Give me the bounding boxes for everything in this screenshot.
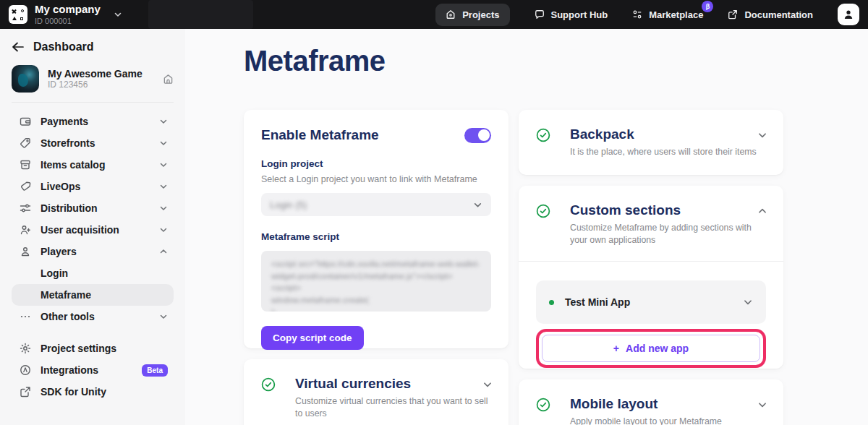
sidebar: Dashboard My Awesome Game ID 123456 Paym…	[0, 29, 185, 425]
highlight-annotation: + Add new app	[536, 329, 766, 368]
nav-documentation[interactable]: Documentation	[728, 9, 813, 20]
sidebar-item-liveops[interactable]: LiveOps	[12, 176, 174, 197]
wallet-icon	[19, 116, 31, 127]
backpack-title: Backpack	[570, 126, 757, 142]
page-title: Metaframe	[244, 45, 386, 77]
project-info: My Awesome Game ID 123456	[48, 68, 163, 90]
check-circle-icon	[261, 377, 276, 392]
chevron-down-icon	[159, 139, 168, 147]
user-icon	[843, 9, 854, 20]
nav-marketplace-label: Marketplace	[649, 9, 703, 20]
right-column: Backpack It is the place, where users wi…	[519, 110, 783, 425]
chevron-down-icon	[159, 160, 168, 169]
login-project-select[interactable]: Login (5)	[261, 193, 491, 216]
enable-metaframe-card: Enable Metaframe Login project Select a …	[244, 110, 509, 348]
mobile-layout-card: Mobile layout Apply mobile layout to you…	[519, 379, 783, 425]
spacer	[12, 327, 174, 338]
enable-metaframe-toggle[interactable]	[464, 128, 491, 143]
backpack-card: Backpack It is the place, where users wi…	[519, 110, 783, 175]
topbar: My company ID 000001 Projects Support Hu…	[0, 0, 868, 29]
chevron-up-icon[interactable]	[757, 206, 767, 216]
tag-icon	[19, 137, 31, 149]
chevron-down-icon[interactable]	[757, 400, 767, 410]
metaframe-script-code[interactable]: <script src="https://cdn.xsolla.net/meta…	[261, 251, 491, 312]
beta-badge: Beta	[142, 364, 168, 377]
chevron-down-icon	[159, 117, 168, 126]
back-label: Dashboard	[33, 40, 94, 53]
nav-support-hub[interactable]: Support Hub	[535, 9, 608, 20]
home-icon[interactable]	[163, 74, 174, 85]
chevron-down-icon	[159, 182, 168, 191]
sidebar-item-login[interactable]: Login	[12, 262, 174, 284]
user-plus-icon	[19, 224, 31, 236]
chevron-up-icon	[159, 247, 168, 256]
sidebar-item-items-catalog[interactable]: Items catalog	[12, 154, 174, 176]
sidebar-item-storefronts[interactable]: Storefronts	[12, 132, 174, 154]
sliders-icon	[19, 202, 31, 214]
user-menu-button[interactable]	[838, 4, 859, 25]
add-new-app-button[interactable]: + Add new app	[542, 335, 760, 362]
archive-box-icon	[19, 159, 31, 171]
custom-sections-desc: Customize Metaframe by adding sections w…	[570, 222, 752, 246]
nav-support-label: Support Hub	[551, 9, 608, 20]
logo-glyph	[21, 9, 24, 12]
chevron-down-icon	[159, 312, 168, 321]
nav-marketplace[interactable]: Marketplace β	[632, 9, 703, 20]
virtual-currencies-title: Virtual currencies	[295, 376, 488, 392]
xsolla-logo[interactable]	[9, 5, 27, 24]
topbar-nav: Projects Support Hub Marketplace β Docu	[435, 4, 859, 26]
nav-projects[interactable]: Projects	[435, 4, 509, 26]
check-circle-icon	[536, 398, 550, 412]
sidebar-item-integrations[interactable]: Integrations Beta	[12, 359, 174, 381]
login-project-value: Login (5)	[270, 199, 307, 210]
redacted-block	[148, 0, 253, 29]
toggle-knob	[478, 129, 490, 141]
metaframe-script-label: Metaframe script	[261, 231, 491, 242]
company-switcher[interactable]: My company ID 000001	[35, 4, 101, 25]
sidebar-item-distribution[interactable]: Distribution	[12, 197, 174, 219]
backpack-desc: It is the place, where users will store …	[570, 146, 757, 158]
login-project-label: Login project	[261, 158, 491, 169]
left-column: Enable Metaframe Login project Select a …	[244, 110, 509, 425]
virtual-currencies-card: Virtual currencies Customize virtual cur…	[244, 359, 509, 425]
user-icon	[19, 246, 31, 257]
mini-app-row[interactable]: Test Mini App	[536, 280, 766, 324]
home-icon	[446, 9, 456, 20]
tag-icon	[19, 181, 31, 192]
sidebar-item-sdk-for-unity[interactable]: SDK for Unity	[12, 381, 174, 403]
sidebar-item-metaframe[interactable]: Metaframe	[12, 284, 174, 306]
chevron-down-icon[interactable]	[757, 130, 767, 140]
add-new-app-label: Add new app	[626, 343, 689, 354]
copy-script-code-button[interactable]: Copy script code	[261, 326, 364, 350]
sidebar-item-payments[interactable]: Payments	[12, 111, 174, 132]
mobile-layout-desc: Apply mobile layout to your Metaframe	[570, 416, 722, 425]
mobile-layout-title: Mobile layout	[570, 396, 722, 412]
virtual-currencies-desc: Customize virtual currencies that you wa…	[295, 395, 488, 420]
project-selector[interactable]: My Awesome Game ID 123456	[12, 65, 174, 93]
company-id: ID 000001	[35, 17, 101, 25]
marketplace-beta-badge: β	[702, 1, 713, 12]
chevron-down-icon	[743, 297, 753, 307]
logo-glyph	[20, 17, 24, 21]
company-name: My company	[35, 4, 101, 16]
project-name: My Awesome Game	[48, 68, 163, 80]
nav-documentation-label: Documentation	[744, 9, 813, 20]
status-dot	[549, 300, 554, 305]
external-link-icon	[728, 9, 738, 20]
chevron-down-icon[interactable]	[114, 10, 122, 19]
app-screen: My company ID 000001 Projects Support Hu…	[0, 0, 868, 425]
arrow-left-icon	[12, 42, 24, 52]
chevron-down-icon[interactable]	[482, 379, 493, 390]
chevron-down-icon	[159, 204, 168, 212]
login-project-hint: Select a Login project you want to link …	[261, 174, 491, 184]
sidebar-item-players[interactable]: Players	[12, 241, 174, 262]
mini-app-name: Test Mini App	[565, 296, 743, 308]
sidebar-item-user-acquisition[interactable]: User acquisition	[12, 219, 174, 241]
sidebar-item-project-settings[interactable]: Project settings	[12, 338, 174, 359]
back-to-dashboard[interactable]: Dashboard	[12, 39, 174, 55]
check-circle-icon	[536, 204, 550, 218]
divider	[12, 102, 174, 103]
main-content: Metaframe Enable Metaframe Login project…	[185, 29, 868, 425]
sidebar-item-other-tools[interactable]: Other tools	[12, 306, 174, 327]
project-avatar	[12, 65, 39, 93]
